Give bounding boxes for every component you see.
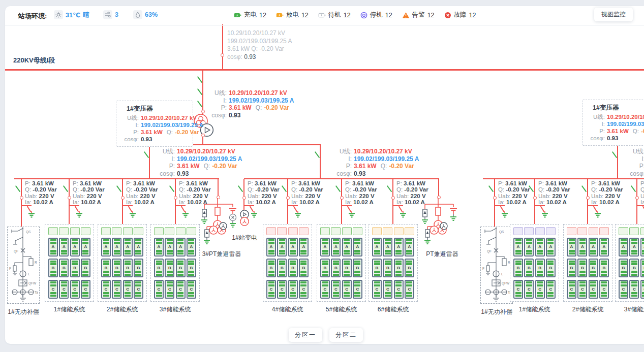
battery-rack[interactable]: B <box>342 259 352 277</box>
battery-rack[interactable]: B <box>640 259 644 277</box>
disconnect-switch-icon[interactable] <box>15 185 21 193</box>
battery-rack[interactable]: B <box>299 259 309 277</box>
battery-rack[interactable]: C <box>546 280 556 299</box>
battery-rack[interactable]: A <box>589 238 598 257</box>
battery-rack[interactable]: A <box>48 238 58 257</box>
transformer-info-box[interactable]: 1#变压器 U线:10.29/10.20/10.27 kV I:199.02/1… <box>582 100 644 146</box>
disconnect-switch-icon[interactable] <box>387 185 392 193</box>
battery-rack[interactable]: C <box>154 280 164 299</box>
battery-rack[interactable]: C <box>567 280 576 299</box>
battery-rack[interactable]: B <box>353 259 362 277</box>
battery-rack[interactable]: B <box>383 259 392 277</box>
reactive-compensation-box[interactable]: QS QF R F L QFW Ta <box>480 227 513 304</box>
battery-rack[interactable]: A <box>154 238 164 257</box>
battery-rack[interactable]: C <box>299 280 309 299</box>
battery-rack[interactable]: A <box>372 238 382 257</box>
battery-rack[interactable]: B <box>546 259 556 277</box>
storage-system[interactable]: AAAABBBBCCCC 1#储能系统 <box>510 224 559 314</box>
storage-system[interactable]: AAAABBBBCCCC 5#储能系统 <box>317 224 366 314</box>
battery-rack[interactable]: B <box>629 259 639 277</box>
battery-rack[interactable]: B <box>81 259 90 277</box>
battery-rack[interactable]: A <box>134 238 143 257</box>
battery-rack[interactable]: A <box>299 238 309 257</box>
battery-rack[interactable]: C <box>342 280 352 299</box>
battery-rack[interactable]: C <box>187 280 196 299</box>
battery-rack[interactable]: B <box>112 259 121 277</box>
storage-system[interactable]: AAAABBBBCCCC 4#储能系统 <box>263 224 312 314</box>
battery-rack[interactable]: A <box>101 238 111 257</box>
battery-rack[interactable]: C <box>353 280 362 299</box>
reactive-compensation-box[interactable]: QS QF R F L QFW Ta <box>7 227 40 304</box>
battery-rack[interactable]: C <box>59 280 69 299</box>
battery-rack[interactable]: C <box>176 280 186 299</box>
battery-rack[interactable]: B <box>372 259 382 277</box>
battery-rack[interactable]: B <box>394 259 404 277</box>
battery-rack[interactable]: B <box>331 259 341 277</box>
battery-rack[interactable]: A <box>187 238 196 257</box>
battery-rack[interactable]: C <box>513 280 523 299</box>
status-stopped[interactable]: 停机12 <box>360 11 392 19</box>
status-charge[interactable]: 充电12 <box>234 11 266 19</box>
battery-rack[interactable]: C <box>112 280 121 299</box>
storage-system[interactable]: AAAABBBBCCCC 2#储能系统 <box>563 224 612 314</box>
battery-rack[interactable]: C <box>535 280 545 299</box>
battery-rack[interactable]: B <box>70 259 80 277</box>
battery-rack[interactable]: A <box>112 238 121 257</box>
battery-rack[interactable]: A <box>59 238 69 257</box>
battery-rack[interactable]: A <box>629 238 639 257</box>
battery-rack[interactable]: A <box>277 238 287 257</box>
view-monitor-button[interactable]: 视图监控 <box>594 8 633 21</box>
transformer-info-box[interactable]: 1#变压器 U线:10.29/10.20/10.27 kV I:199.02/1… <box>116 101 193 147</box>
battery-rack[interactable]: B <box>123 259 133 277</box>
storage-system[interactable]: AAAABBBBCCCC 3#储能系统 <box>615 224 644 314</box>
storage-system[interactable]: AAAABBBBCCCC 2#储能系统 <box>98 224 147 314</box>
battery-rack[interactable]: B <box>277 259 287 277</box>
battery-rack[interactable]: A <box>266 238 276 257</box>
disconnect-switch-icon[interactable] <box>581 185 587 193</box>
battery-rack[interactable]: C <box>134 280 143 299</box>
battery-rack[interactable]: B <box>535 259 545 277</box>
battery-rack[interactable]: A <box>123 238 133 257</box>
battery-rack[interactable]: B <box>599 259 609 277</box>
battery-rack[interactable]: A <box>320 238 330 257</box>
disconnect-switch-icon[interactable] <box>315 151 320 158</box>
status-alarm[interactable]: 告警12 <box>402 11 435 19</box>
battery-rack[interactable]: C <box>331 280 341 299</box>
battery-rack[interactable]: A <box>394 238 404 257</box>
battery-rack[interactable]: A <box>165 238 174 257</box>
disconnect-switch-icon[interactable] <box>144 151 149 158</box>
battery-rack[interactable]: C <box>619 280 628 299</box>
disconnect-switch-icon[interactable] <box>631 185 636 193</box>
battery-rack[interactable]: B <box>589 259 598 277</box>
battery-rack[interactable]: C <box>165 280 174 299</box>
storage-system[interactable]: AAAABBBBCCCC 1#储能系统 <box>45 224 94 314</box>
battery-rack[interactable]: B <box>101 259 111 277</box>
battery-rack[interactable]: C <box>577 280 587 299</box>
disconnect-switch-icon[interactable] <box>197 101 203 108</box>
battery-rack[interactable]: B <box>176 259 186 277</box>
disconnect-switch-icon[interactable] <box>197 88 203 95</box>
battery-rack[interactable]: C <box>383 280 392 299</box>
battery-rack[interactable]: C <box>48 280 58 299</box>
battery-rack[interactable]: A <box>524 238 534 257</box>
disconnect-switch-icon[interactable] <box>169 185 175 193</box>
disconnect-switch-icon[interactable] <box>612 151 618 158</box>
battery-rack[interactable]: B <box>134 259 143 277</box>
battery-rack[interactable]: A <box>619 238 628 257</box>
battery-rack[interactable]: A <box>342 238 352 257</box>
battery-rack[interactable]: B <box>405 259 414 277</box>
disconnect-switch-icon[interactable] <box>197 76 203 83</box>
status-fault[interactable]: 故障12 <box>444 11 476 19</box>
battery-rack[interactable]: A <box>353 238 362 257</box>
partition-two-button[interactable]: 分区二 <box>329 328 363 342</box>
battery-rack[interactable]: A <box>331 238 341 257</box>
disconnect-switch-icon[interactable] <box>116 185 122 193</box>
pt-arrester-symbol[interactable] <box>421 198 464 249</box>
battery-rack[interactable]: A <box>81 238 90 257</box>
battery-rack[interactable]: B <box>524 259 534 277</box>
battery-rack[interactable]: C <box>288 280 298 299</box>
disconnect-switch-icon[interactable] <box>488 185 494 193</box>
battery-rack[interactable]: B <box>619 259 628 277</box>
disconnect-switch-icon[interactable] <box>335 185 341 193</box>
battery-rack[interactable]: B <box>288 259 298 277</box>
